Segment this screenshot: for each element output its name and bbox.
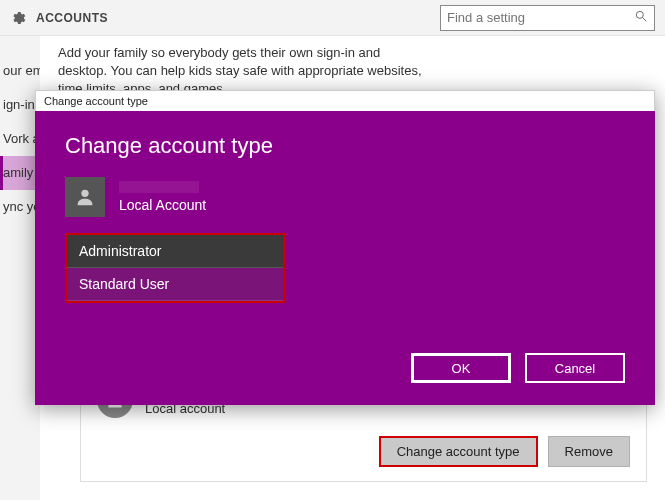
search-box[interactable] [440, 5, 655, 31]
dialog-body: Change account type Local Account Admini… [35, 111, 655, 405]
svg-point-3 [81, 190, 88, 197]
option-administrator[interactable]: Administrator [67, 235, 283, 268]
ok-button[interactable]: OK [411, 353, 511, 383]
dialog-titlebar[interactable]: Change account type [35, 90, 655, 111]
sidebar: our email and accounts ign-in Vork a ami… [0, 36, 40, 500]
sidebar-item-work[interactable]: Vork a [0, 122, 40, 156]
search-input[interactable] [447, 10, 634, 25]
dialog-avatar-icon [65, 177, 105, 217]
svg-line-1 [643, 17, 647, 21]
dialog-user-info: Local Account [119, 181, 206, 213]
change-account-type-button[interactable]: Change account type [379, 436, 538, 467]
cancel-button[interactable]: Cancel [525, 353, 625, 383]
dialog-user-name-redacted [119, 181, 199, 193]
sidebar-item-signin[interactable]: ign-in [0, 88, 40, 122]
remove-button[interactable]: Remove [548, 436, 630, 467]
account-type-dropdown[interactable]: Administrator Standard User [65, 233, 285, 303]
sidebar-item-family[interactable]: amily a [0, 156, 40, 190]
gear-icon [10, 10, 26, 26]
dialog-user-row: Local Account [65, 177, 625, 217]
svg-point-0 [636, 11, 643, 18]
dialog-buttons: OK Cancel [65, 353, 625, 383]
dialog-heading: Change account type [65, 133, 625, 159]
top-bar: ACCOUNTS [0, 0, 665, 36]
option-standard-user[interactable]: Standard User [67, 268, 283, 301]
sidebar-item-sync[interactable]: ync yo [0, 190, 40, 224]
search-icon [634, 9, 648, 27]
change-account-type-dialog: Change account type Change account type … [35, 90, 655, 405]
page-title: ACCOUNTS [36, 11, 108, 25]
sidebar-item-email[interactable]: our email and accounts [0, 54, 40, 88]
dialog-user-type: Local Account [119, 197, 206, 213]
user-buttons: Change account type Remove [97, 436, 630, 467]
